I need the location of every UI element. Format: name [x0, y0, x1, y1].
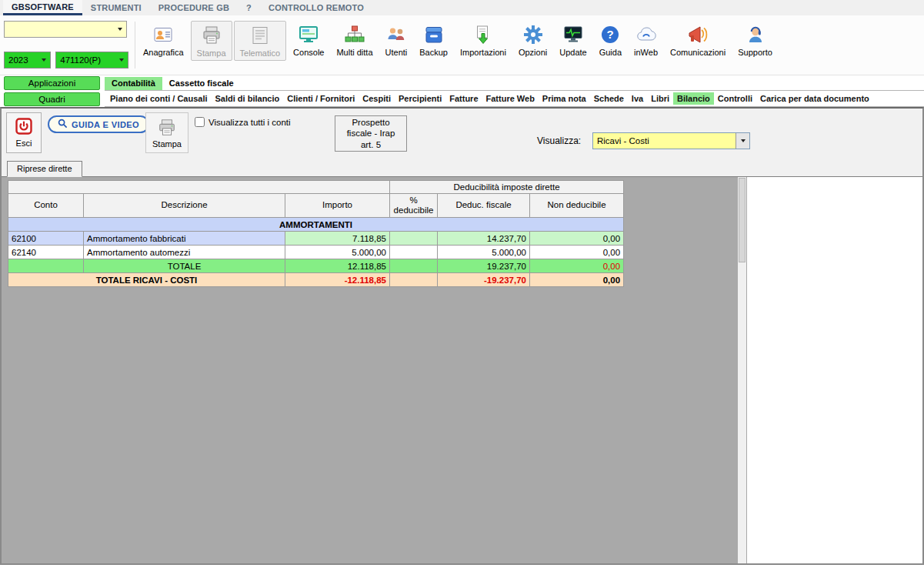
cell-non-deducibile[interactable]: 0,00: [530, 246, 624, 259]
tab-cassetto-fiscale[interactable]: Cassetto fiscale: [162, 77, 241, 90]
contabilita-menu: Piano dei conti / Causali Saldi di bilan…: [105, 91, 924, 107]
supporto-button[interactable]: Supporto: [732, 21, 778, 59]
visualizza-tutti-i-conti-checkbox[interactable]: Visualizza tutti i conti: [195, 117, 291, 127]
svg-text:?: ?: [607, 28, 614, 41]
utenti-button[interactable]: Utenti: [380, 21, 413, 59]
cell-perc-deducibile[interactable]: [390, 232, 438, 246]
menu-bilancio[interactable]: Bilancio: [673, 92, 714, 105]
menu-iva[interactable]: Iva: [628, 92, 647, 105]
menu-carica-per-data[interactable]: Carica per data documento: [756, 92, 873, 105]
tab-riprese-dirette[interactable]: Riprese dirette: [7, 161, 82, 177]
menu-schede[interactable]: Schede: [590, 92, 628, 105]
guida-e-video-button[interactable]: GUIDA E VIDEO: [48, 115, 149, 133]
menubar: GBSOFTWARE STRUMENTI PROCEDURE GB ? CONT…: [0, 0, 924, 15]
update-button[interactable]: Update: [554, 21, 592, 59]
menu-controlli[interactable]: Controlli: [714, 92, 756, 105]
tab-contabilita[interactable]: Contabilità: [105, 77, 162, 90]
visualizza-select[interactable]: Ricavi - Costi: [592, 132, 750, 149]
grid-area: Deducibilità imposte dirette Conto Descr…: [2, 177, 737, 563]
update-icon: [562, 24, 584, 45]
totale-row: TOTALE 12.118,85 19.237,70 0,00: [8, 259, 624, 273]
multi-ditta-button[interactable]: Multi ditta: [331, 21, 378, 59]
company-select[interactable]: [4, 21, 127, 38]
menu-help[interactable]: ?: [238, 0, 260, 15]
cell-deduc-fiscale[interactable]: 14.237,70: [438, 232, 530, 246]
importazioni-label: Importazioni: [460, 48, 506, 57]
menu-libri[interactable]: Libri: [647, 92, 673, 105]
quadri-button[interactable]: Quadri: [4, 92, 100, 106]
menu-controllo-remoto[interactable]: CONTROLLO REMOTO: [260, 0, 372, 15]
stampa-toolbar-button[interactable]: Stampa: [191, 21, 232, 61]
users-icon: [385, 24, 407, 45]
console-label: Console: [293, 48, 324, 57]
scrollbar-thumb[interactable]: [739, 178, 746, 262]
section-ammortamenti: AMMORTAMENTI: [8, 218, 624, 232]
totale-non-deducibile: 0,00: [530, 259, 624, 273]
cell-importo[interactable]: 7.118,85: [285, 232, 390, 246]
menu-fatture-web[interactable]: Fatture Web: [482, 92, 539, 105]
group-header-empty: [8, 181, 390, 194]
cell-non-deducibile[interactable]: 0,00: [530, 232, 624, 246]
menu-saldi-di-bilancio[interactable]: Saldi di bilancio: [212, 92, 284, 105]
comunicazioni-button[interactable]: Comunicazioni: [665, 21, 731, 59]
inweb-button[interactable]: inWeb: [629, 21, 663, 59]
checkbox-input[interactable]: [195, 117, 205, 127]
anagrafica-label: Anagrafica: [143, 48, 184, 57]
cell-deduc-fiscale[interactable]: 5.000,00: [438, 246, 530, 259]
chevron-down-icon: [114, 22, 126, 37]
cell-descrizione[interactable]: Ammortamento fabbricati: [84, 232, 285, 246]
cell-importo[interactable]: 5.000,00: [285, 246, 390, 259]
stampa-button[interactable]: Stampa: [145, 112, 188, 153]
group-header-deducibilita: Deducibilità imposte dirette: [390, 181, 624, 194]
menu-procedure-gb[interactable]: PROCEDURE GB: [150, 0, 238, 15]
esci-button[interactable]: Esci: [6, 112, 42, 153]
menu-strumenti[interactable]: STRUMENTI: [82, 0, 150, 15]
console-button[interactable]: Console: [288, 21, 329, 59]
stampa-label: Stampa: [152, 139, 182, 149]
menu-piano-dei-conti[interactable]: Piano dei conti / Causali: [106, 92, 212, 105]
guida-button[interactable]: ? Guida: [594, 21, 627, 59]
printer-icon: [157, 118, 177, 138]
update-label: Update: [559, 48, 586, 57]
menu-prima-nota[interactable]: Prima nota: [539, 92, 590, 105]
main-toolbar: 2023 471120(P) Anagrafica Stampa: [0, 15, 924, 75]
col-importo: Importo: [285, 194, 390, 218]
menu-clienti-fornitori[interactable]: Clienti / Fornitori: [283, 92, 359, 105]
year-select[interactable]: 2023: [4, 52, 51, 68]
menu-gbsoftware[interactable]: GBSOFTWARE: [3, 0, 82, 15]
chevron-down-icon[interactable]: [736, 133, 749, 149]
code-select[interactable]: 471120(P): [55, 52, 128, 68]
backup-button[interactable]: Backup: [414, 21, 453, 59]
cell-empty: [8, 259, 84, 273]
menu-cespiti[interactable]: Cespiti: [359, 92, 395, 105]
anagrafica-button[interactable]: Anagrafica: [138, 21, 189, 59]
chevron-down-icon: [115, 52, 128, 68]
applicazioni-button[interactable]: Applicazioni: [4, 76, 100, 90]
nav-left-buttons: Applicazioni Quadri: [0, 75, 105, 107]
table-row: 62140 Ammortamento automezzi 5.000,00 5.…: [8, 246, 624, 259]
vertical-scrollbar[interactable]: [737, 177, 747, 563]
year-select-value: 2023: [8, 55, 28, 65]
telematico-icon: [249, 25, 271, 46]
menu-fatture[interactable]: Fatture: [445, 92, 482, 105]
opzioni-label: Opzioni: [519, 48, 547, 57]
prospetto-fiscale-irap-button[interactable]: Prospetto fiscale - Irap art. 5: [335, 115, 407, 152]
telematico-button[interactable]: Telematico: [234, 21, 287, 61]
importazioni-button[interactable]: Importazioni: [455, 21, 512, 59]
cell-conto[interactable]: 62100: [8, 232, 84, 246]
cell-perc-deducibile[interactable]: [390, 246, 438, 259]
opzioni-button[interactable]: Opzioni: [513, 21, 552, 59]
menu-percipienti[interactable]: Percipienti: [395, 92, 445, 105]
content-toolbar: Esci GUIDA E VIDEO Stampa Visualizza tut…: [2, 109, 922, 158]
module-tabs: Contabilità Cassetto fiscale: [105, 75, 924, 91]
tab-strip: Riprese dirette: [2, 158, 922, 177]
work-area: Deducibilità imposte dirette Conto Descr…: [2, 177, 922, 563]
cell-descrizione[interactable]: Ammortamento automezzi: [84, 246, 285, 259]
cell-conto[interactable]: 62140: [8, 246, 84, 259]
telematico-label: Telematico: [240, 48, 281, 58]
utenti-label: Utenti: [385, 48, 408, 57]
backup-label: Backup: [419, 48, 448, 57]
code-select-value: 471120(P): [60, 55, 101, 65]
company-selectors: 2023 471120(P): [0, 15, 132, 75]
checkbox-label: Visualizza tutti i conti: [208, 118, 291, 127]
